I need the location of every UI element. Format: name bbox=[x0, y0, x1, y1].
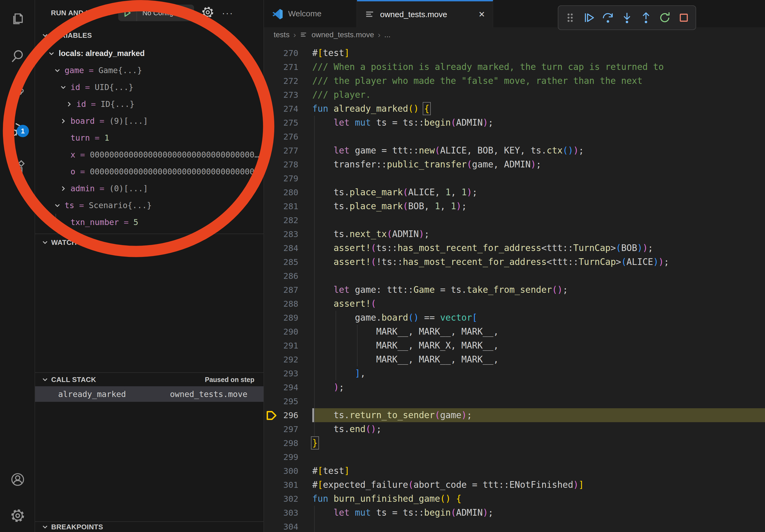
line-number[interactable]: 274 bbox=[283, 102, 298, 116]
gutter[interactable]: 271 bbox=[264, 60, 312, 74]
code-text[interactable]: } bbox=[312, 436, 765, 450]
line-number[interactable]: 277 bbox=[283, 143, 298, 157]
gutter[interactable]: 277 bbox=[264, 143, 312, 157]
gutter[interactable]: 280 bbox=[264, 185, 312, 199]
code-text[interactable]: /// When a position is already marked, t… bbox=[312, 60, 765, 74]
code-text[interactable]: MARK__, MARK__, MARK__, bbox=[312, 325, 765, 339]
line-number[interactable]: 302 bbox=[283, 492, 298, 506]
line-number[interactable]: 271 bbox=[283, 60, 298, 74]
account-icon[interactable] bbox=[0, 465, 35, 494]
code-text[interactable]: game.board() == vector[ bbox=[312, 311, 765, 325]
code-text[interactable]: /// the player who made the "false" move… bbox=[312, 74, 765, 88]
code-text[interactable]: fun burn_unfinished_game() { bbox=[312, 492, 765, 506]
variable-row[interactable]: ts = Scenario{...} bbox=[35, 197, 264, 214]
code-editor[interactable]: 270#[test]271/// When a position is alre… bbox=[264, 42, 765, 532]
code-text[interactable]: MARK__, MARK__, MARK__, bbox=[312, 353, 765, 367]
step-into-icon[interactable] bbox=[620, 11, 633, 24]
code-text[interactable]: ts.return_to_sender(game); bbox=[312, 408, 765, 422]
gutter[interactable]: 284 bbox=[264, 241, 312, 255]
gutter[interactable]: 281 bbox=[264, 199, 312, 213]
gutter[interactable]: 304 bbox=[264, 520, 312, 532]
breadcrumb-item-file[interactable]: owned_tests.move bbox=[312, 31, 374, 39]
code-text[interactable]: MARK__, MARK_X, MARK__, bbox=[312, 339, 765, 353]
code-text[interactable]: let game: ttt::Game = ts.take_from_sende… bbox=[312, 283, 765, 297]
code-text[interactable] bbox=[312, 269, 765, 283]
continue-icon[interactable] bbox=[583, 11, 596, 24]
code-text[interactable]: fun already_marked() { bbox=[312, 102, 765, 116]
variable-row[interactable]: admin = (0)[...] bbox=[35, 180, 264, 197]
line-number[interactable]: 278 bbox=[283, 157, 298, 171]
gutter[interactable]: 272 bbox=[264, 74, 312, 88]
code-text[interactable]: assert!( bbox=[312, 297, 765, 311]
code-text[interactable]: ); bbox=[312, 381, 765, 394]
debug-gear-icon[interactable] bbox=[201, 6, 215, 20]
gutter[interactable]: 274 bbox=[264, 102, 312, 116]
code-text[interactable]: assert!(!ts::has_most_recent_for_address… bbox=[312, 255, 765, 269]
line-number[interactable]: 293 bbox=[283, 367, 298, 381]
variable-row[interactable]: x = 000000000000000000000000000000000000… bbox=[35, 146, 264, 163]
gutter[interactable]: 291 bbox=[264, 339, 312, 353]
gutter[interactable]: 285 bbox=[264, 255, 312, 269]
gutter[interactable]: 287 bbox=[264, 283, 312, 297]
variable-row[interactable]: txn_number = 5 bbox=[35, 214, 264, 231]
chevron-down-icon[interactable] bbox=[182, 9, 194, 17]
line-number[interactable]: 298 bbox=[283, 436, 298, 450]
code-text[interactable] bbox=[312, 520, 765, 532]
code-text[interactable]: ts.place_mark(ALICE, 1, 1); bbox=[312, 185, 765, 199]
gutter[interactable]: 282 bbox=[264, 213, 312, 227]
code-text[interactable] bbox=[312, 450, 765, 464]
debug-config-dropdown[interactable]: No Configur bbox=[137, 9, 182, 17]
breadcrumb-item-symbol[interactable]: ... bbox=[384, 31, 390, 39]
line-number[interactable]: 270 bbox=[283, 46, 298, 60]
close-icon[interactable]: ✕ bbox=[478, 10, 485, 19]
gutter[interactable]: 290 bbox=[264, 325, 312, 339]
variable-row[interactable]: id = UID{...} bbox=[35, 79, 264, 96]
line-number[interactable]: 301 bbox=[283, 478, 298, 492]
chevron-down-icon[interactable] bbox=[53, 201, 61, 209]
step-out-icon[interactable] bbox=[640, 11, 652, 24]
start-debug-button[interactable] bbox=[118, 5, 137, 21]
code-text[interactable] bbox=[312, 171, 765, 185]
code-text[interactable]: assert!(ts::has_most_recent_for_address<… bbox=[312, 241, 765, 255]
line-number[interactable]: 281 bbox=[283, 199, 298, 213]
line-number[interactable]: 287 bbox=[283, 283, 298, 297]
files-icon[interactable] bbox=[0, 4, 35, 33]
gutter[interactable]: 279 bbox=[264, 171, 312, 185]
gutter[interactable]: 288 bbox=[264, 297, 312, 311]
code-text[interactable]: let mut ts = ts::begin(ADMIN); bbox=[312, 116, 765, 130]
line-number[interactable]: 297 bbox=[283, 422, 298, 436]
gutter[interactable]: 303 bbox=[264, 506, 312, 520]
gutter[interactable]: 294 bbox=[264, 381, 312, 394]
call-stack-frame-row[interactable]: already_marked owned_tests.move bbox=[35, 386, 264, 402]
code-text[interactable]: #[test] bbox=[312, 46, 765, 60]
tab-owned-tests-move[interactable]: owned_tests.move ✕ bbox=[357, 0, 493, 27]
drag-grip-icon[interactable] bbox=[564, 11, 576, 24]
line-number[interactable]: 291 bbox=[283, 339, 298, 353]
code-text[interactable] bbox=[312, 213, 765, 227]
breadcrumb-item-tests[interactable]: tests bbox=[274, 31, 290, 39]
gutter[interactable]: 283 bbox=[264, 227, 312, 241]
line-number[interactable]: 272 bbox=[283, 74, 298, 88]
code-text[interactable]: #[test] bbox=[312, 464, 765, 478]
search-icon[interactable] bbox=[0, 41, 35, 71]
chevron-right-icon[interactable] bbox=[65, 100, 73, 108]
gutter[interactable]: 278 bbox=[264, 157, 312, 171]
settings-gear-icon[interactable] bbox=[0, 501, 35, 530]
line-number[interactable]: 296 bbox=[283, 408, 298, 422]
line-number[interactable]: 273 bbox=[283, 88, 298, 102]
gutter[interactable]: 273 bbox=[264, 88, 312, 102]
gutter[interactable]: 299 bbox=[264, 450, 312, 464]
chevron-down-icon[interactable] bbox=[53, 67, 61, 75]
line-number[interactable]: 286 bbox=[283, 269, 298, 283]
chevron-right-icon[interactable] bbox=[59, 117, 67, 125]
variable-row[interactable]: o = 000000000000000000000000000000000000… bbox=[35, 163, 264, 180]
code-text[interactable]: let game = ttt::new(ALICE, BOB, KEY, ts.… bbox=[312, 143, 765, 157]
code-text[interactable] bbox=[312, 394, 765, 408]
gutter[interactable]: 302 bbox=[264, 492, 312, 506]
gutter[interactable]: 296 bbox=[264, 408, 312, 422]
variable-row[interactable]: board = (9)[...] bbox=[35, 113, 264, 130]
gutter[interactable]: 270 bbox=[264, 46, 312, 60]
code-text[interactable]: /// player. bbox=[312, 88, 765, 102]
gutter[interactable]: 293 bbox=[264, 367, 312, 381]
chevron-right-icon[interactable] bbox=[59, 184, 67, 193]
